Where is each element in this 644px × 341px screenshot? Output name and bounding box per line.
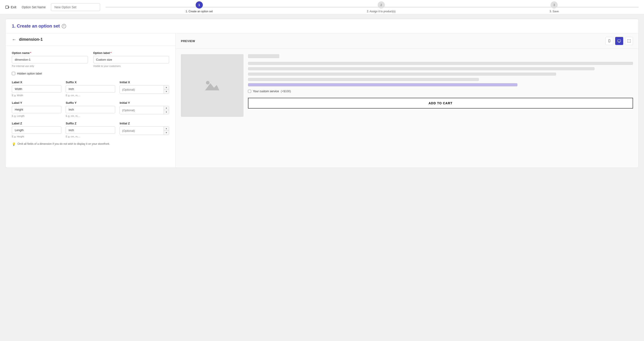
option-label-hint: Visible to your customers — [93, 65, 169, 67]
suffix-y-input[interactable] — [66, 106, 115, 113]
label-y-label: Label Y — [12, 101, 61, 105]
suffix-z-group: Suffix Z E.g. cm, m,... — [66, 122, 115, 138]
option-name-group: Option name* For internal use only — [12, 51, 88, 67]
initial-y-group: Initial Y ▲ ▼ — [120, 101, 169, 117]
initial-y-input[interactable] — [120, 106, 164, 114]
option-label-group: Option label* Visible to your customers — [93, 51, 169, 67]
suffix-y-group: Suffix Y E.g. cm, m,... — [66, 101, 115, 117]
right-panel: PREVIEW — [176, 33, 638, 168]
initial-x-input[interactable] — [120, 86, 164, 94]
top-bar: Exit Option Set Name 1 1. Create an opti… — [0, 0, 644, 14]
stepper: 1 1. Create an option set 2 2. Assign it… — [106, 1, 639, 13]
exit-button[interactable]: Exit — [5, 5, 16, 9]
option-name-label-row: Option name* For internal use only Optio… — [12, 51, 169, 67]
initial-y-spinner: ▲ ▼ — [120, 106, 169, 114]
dimension-z-row: Label Z E.g. Height Suffix Z E.g. cm, m,… — [12, 122, 169, 138]
suffix-x-label: Suffix X — [66, 81, 115, 84]
back-arrow-button[interactable]: ← — [12, 37, 16, 42]
initial-z-spinner-buttons: ▲ ▼ — [164, 127, 169, 135]
step-3[interactable]: 3 3. Save — [550, 1, 559, 13]
suffix-z-hint: E.g. cm, m,... — [66, 135, 115, 138]
custom-service-row: Your custom service (+$100) — [248, 90, 633, 93]
skeleton-line-3 — [248, 73, 556, 76]
hidden-option-label-checkbox[interactable] — [12, 72, 15, 75]
step-1-circle: 1 — [196, 1, 203, 9]
label-z-group: Label Z E.g. Height — [12, 122, 61, 138]
add-to-cart-button[interactable]: ADD TO CART — [248, 98, 633, 109]
label-z-hint: E.g. Height — [12, 135, 61, 138]
initial-y-spinner-buttons: ▲ ▼ — [164, 106, 169, 114]
step-3-label: 3. Save — [550, 10, 559, 13]
suffix-x-hint: E.g. cm, m,... — [66, 94, 115, 97]
label-y-input[interactable] — [12, 106, 61, 113]
option-name-input[interactable] — [12, 56, 88, 63]
mobile-view-button[interactable] — [605, 37, 613, 45]
help-icon[interactable]: ? — [62, 24, 66, 29]
panel-title: dimension-1 — [19, 37, 43, 42]
label-y-group: Label Y E.g. Length — [12, 101, 61, 117]
option-name-hint: For internal use only — [12, 65, 88, 67]
label-x-hint: E.g. Width — [12, 94, 61, 97]
label-z-label: Label Z — [12, 122, 61, 125]
label-x-group: Label X E.g. Width — [12, 81, 61, 97]
step-3-circle: 3 — [550, 1, 558, 9]
initial-z-up[interactable]: ▲ — [164, 127, 169, 131]
label-x-label: Label X — [12, 81, 61, 84]
initial-x-down[interactable]: ▼ — [164, 90, 169, 94]
left-panel: ← dimension-1 Option name* For internal … — [6, 33, 176, 168]
step-2[interactable]: 2 2. Assign it to product(s) — [367, 1, 396, 13]
main-card: 1. Create an option set ? ← dimension-1 — [5, 19, 639, 168]
exit-label: Exit — [11, 5, 16, 9]
skeleton-title — [248, 54, 279, 58]
option-set-name-label: Option Set Name — [22, 5, 46, 9]
hidden-option-label-text: Hidden option label — [17, 72, 42, 75]
initial-y-label: Initial Y — [120, 101, 169, 105]
step-2-circle: 2 — [378, 1, 385, 9]
hidden-option-label-row: Hidden option label — [12, 72, 169, 75]
option-label-required: * — [110, 51, 112, 55]
stepper-steps: 1 1. Create an option set 2 2. Assign it… — [186, 1, 559, 13]
main-content: 1. Create an option set ? ← dimension-1 — [0, 14, 644, 172]
option-label-label: Option label* — [93, 51, 169, 55]
initial-x-label: Initial X — [120, 81, 169, 84]
dimension-y-row: Label Y E.g. Length Suffix Y E.g. cm, m,… — [12, 101, 169, 117]
skeleton-line-2 — [248, 67, 594, 70]
initial-x-up[interactable]: ▲ — [164, 86, 169, 90]
omit-note-text: Omit all fields of a dimension if you do… — [18, 142, 110, 145]
custom-service-label: Your custom service — [253, 90, 279, 93]
desktop-view-button[interactable] — [615, 37, 623, 45]
product-image-placeholder — [181, 54, 244, 117]
expand-view-button[interactable] — [625, 37, 633, 45]
initial-y-up[interactable]: ▲ — [164, 106, 169, 110]
suffix-z-input[interactable] — [66, 126, 115, 134]
product-details: Your custom service (+$100) ADD TO CART — [248, 54, 633, 117]
svg-rect-3 — [618, 40, 620, 42]
preview-header: PREVIEW — [176, 33, 638, 49]
initial-x-group: Initial X ▲ ▼ — [120, 81, 169, 97]
step-1-label: 1. Create an option set — [186, 10, 213, 13]
preview-body: Your custom service (+$100) ADD TO CART — [176, 49, 638, 122]
option-set-name-input[interactable] — [51, 3, 100, 11]
suffix-x-input[interactable] — [66, 85, 115, 93]
option-label-input[interactable] — [93, 56, 169, 63]
initial-z-label: Initial Z — [120, 122, 169, 125]
suffix-y-hint: E.g. cm, m,... — [66, 115, 115, 117]
initial-z-group: Initial Z ▲ ▼ — [120, 122, 169, 138]
skeleton-line-4 — [248, 78, 479, 81]
custom-service-checkbox[interactable] — [248, 90, 251, 93]
card-header: 1. Create an option set ? — [6, 19, 638, 33]
omit-note: 💡 Omit all fields of a dimension if you … — [12, 142, 169, 146]
label-z-input[interactable] — [12, 126, 61, 134]
form-area: Option name* For internal use only Optio… — [6, 46, 175, 151]
step-1[interactable]: 1 1. Create an option set — [186, 1, 213, 13]
suffix-z-label: Suffix Z — [66, 122, 115, 125]
svg-point-2 — [609, 42, 609, 42]
initial-y-down[interactable]: ▼ — [164, 110, 169, 114]
initial-z-spinner: ▲ ▼ — [120, 126, 169, 135]
initial-z-down[interactable]: ▼ — [164, 131, 169, 135]
left-panel-header: ← dimension-1 — [6, 33, 175, 46]
initial-z-input[interactable] — [120, 127, 164, 135]
dimension-x-row: Label X E.g. Width Suffix X E.g. cm, m,.… — [12, 81, 169, 97]
label-x-input[interactable] — [12, 85, 61, 93]
suffix-x-group: Suffix X E.g. cm, m,... — [66, 81, 115, 97]
